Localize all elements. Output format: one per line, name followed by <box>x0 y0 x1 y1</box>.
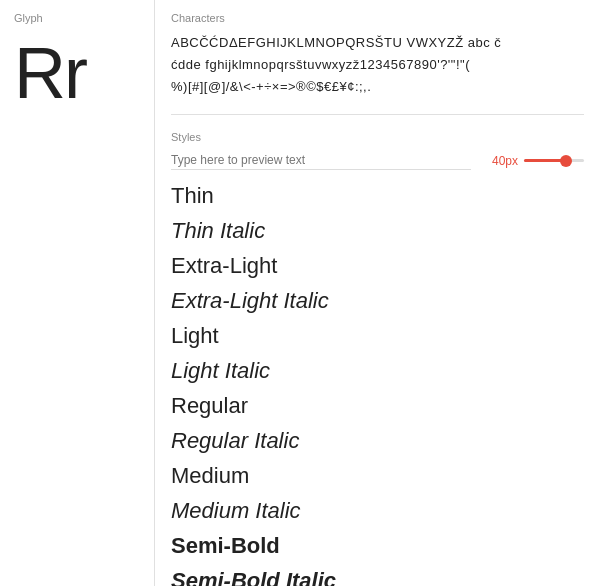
style-item[interactable]: Extra-Light Italic <box>171 283 584 318</box>
style-item[interactable]: Light Italic <box>171 353 584 388</box>
size-slider[interactable] <box>524 159 584 162</box>
style-item[interactable]: Thin Italic <box>171 213 584 248</box>
style-item[interactable]: Semi-Bold <box>171 528 584 563</box>
glyph-panel: Glyph Rr <box>0 0 155 586</box>
style-item[interactable]: Extra-Light <box>171 248 584 283</box>
style-item[interactable]: Thin <box>171 178 584 213</box>
slider-thumb[interactable] <box>560 155 572 167</box>
style-item[interactable]: Medium Italic <box>171 493 584 528</box>
styles-header-row: 40px <box>171 151 584 170</box>
style-item[interactable]: Semi-Bold Italic <box>171 563 584 586</box>
style-item[interactable]: Light <box>171 318 584 353</box>
style-item[interactable]: Regular <box>171 388 584 423</box>
characters-grid: ABCČĆDΔEFGHIJKLMNOPQRSŠTU VWXYZŽ abc č ć… <box>171 32 584 98</box>
style-item[interactable]: Regular Italic <box>171 423 584 458</box>
styles-label: Styles <box>171 131 584 143</box>
glyph-display: Rr <box>14 34 140 113</box>
size-label: 40px <box>492 154 518 168</box>
styles-section: Styles 40px ThinThin ItalicExtra-LightEx… <box>171 131 584 586</box>
size-control: 40px <box>492 154 584 168</box>
main-layout: Glyph Rr Characters ABCČĆDΔEFGHIJKLMNOPQ… <box>0 0 600 586</box>
styles-list: ThinThin ItalicExtra-LightExtra-Light It… <box>171 178 584 586</box>
preview-input[interactable] <box>171 151 471 170</box>
right-panel: Characters ABCČĆDΔEFGHIJKLMNOPQRSŠTU VWX… <box>155 0 600 586</box>
glyph-label: Glyph <box>14 12 140 24</box>
style-item[interactable]: Medium <box>171 458 584 493</box>
characters-section: Characters ABCČĆDΔEFGHIJKLMNOPQRSŠTU VWX… <box>171 12 584 115</box>
characters-label: Characters <box>171 12 584 24</box>
